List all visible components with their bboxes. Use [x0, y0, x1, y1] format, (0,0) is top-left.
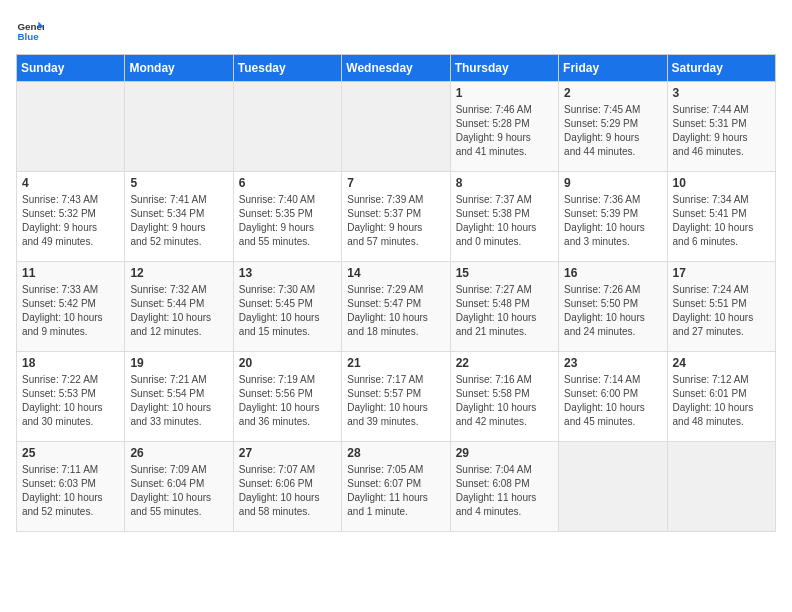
- day-number: 10: [673, 176, 770, 190]
- day-cell: 4Sunrise: 7:43 AM Sunset: 5:32 PM Daylig…: [17, 172, 125, 262]
- week-row-2: 4Sunrise: 7:43 AM Sunset: 5:32 PM Daylig…: [17, 172, 776, 262]
- day-info: Sunrise: 7:21 AM Sunset: 5:54 PM Dayligh…: [130, 373, 227, 429]
- day-number: 23: [564, 356, 661, 370]
- week-row-5: 25Sunrise: 7:11 AM Sunset: 6:03 PM Dayli…: [17, 442, 776, 532]
- day-info: Sunrise: 7:43 AM Sunset: 5:32 PM Dayligh…: [22, 193, 119, 249]
- day-info: Sunrise: 7:11 AM Sunset: 6:03 PM Dayligh…: [22, 463, 119, 519]
- day-number: 5: [130, 176, 227, 190]
- day-info: Sunrise: 7:12 AM Sunset: 6:01 PM Dayligh…: [673, 373, 770, 429]
- day-info: Sunrise: 7:32 AM Sunset: 5:44 PM Dayligh…: [130, 283, 227, 339]
- day-info: Sunrise: 7:37 AM Sunset: 5:38 PM Dayligh…: [456, 193, 553, 249]
- day-info: Sunrise: 7:29 AM Sunset: 5:47 PM Dayligh…: [347, 283, 444, 339]
- day-cell: 11Sunrise: 7:33 AM Sunset: 5:42 PM Dayli…: [17, 262, 125, 352]
- day-info: Sunrise: 7:17 AM Sunset: 5:57 PM Dayligh…: [347, 373, 444, 429]
- day-cell: 14Sunrise: 7:29 AM Sunset: 5:47 PM Dayli…: [342, 262, 450, 352]
- day-number: 27: [239, 446, 336, 460]
- day-cell: [125, 82, 233, 172]
- week-row-1: 1Sunrise: 7:46 AM Sunset: 5:28 PM Daylig…: [17, 82, 776, 172]
- day-cell: 10Sunrise: 7:34 AM Sunset: 5:41 PM Dayli…: [667, 172, 775, 262]
- day-cell: 28Sunrise: 7:05 AM Sunset: 6:07 PM Dayli…: [342, 442, 450, 532]
- day-number: 29: [456, 446, 553, 460]
- day-info: Sunrise: 7:40 AM Sunset: 5:35 PM Dayligh…: [239, 193, 336, 249]
- page-header: General Blue: [16, 16, 776, 44]
- day-cell: [233, 82, 341, 172]
- day-cell: 17Sunrise: 7:24 AM Sunset: 5:51 PM Dayli…: [667, 262, 775, 352]
- day-number: 21: [347, 356, 444, 370]
- day-cell: 7Sunrise: 7:39 AM Sunset: 5:37 PM Daylig…: [342, 172, 450, 262]
- week-row-3: 11Sunrise: 7:33 AM Sunset: 5:42 PM Dayli…: [17, 262, 776, 352]
- day-cell: [667, 442, 775, 532]
- day-number: 20: [239, 356, 336, 370]
- day-info: Sunrise: 7:22 AM Sunset: 5:53 PM Dayligh…: [22, 373, 119, 429]
- day-number: 7: [347, 176, 444, 190]
- day-cell: [342, 82, 450, 172]
- day-info: Sunrise: 7:05 AM Sunset: 6:07 PM Dayligh…: [347, 463, 444, 519]
- day-header-tuesday: Tuesday: [233, 55, 341, 82]
- day-number: 3: [673, 86, 770, 100]
- day-info: Sunrise: 7:36 AM Sunset: 5:39 PM Dayligh…: [564, 193, 661, 249]
- day-number: 26: [130, 446, 227, 460]
- day-header-saturday: Saturday: [667, 55, 775, 82]
- day-number: 14: [347, 266, 444, 280]
- logo: General Blue: [16, 16, 48, 44]
- day-number: 25: [22, 446, 119, 460]
- day-header-thursday: Thursday: [450, 55, 558, 82]
- day-cell: 19Sunrise: 7:21 AM Sunset: 5:54 PM Dayli…: [125, 352, 233, 442]
- day-info: Sunrise: 7:19 AM Sunset: 5:56 PM Dayligh…: [239, 373, 336, 429]
- days-header-row: SundayMondayTuesdayWednesdayThursdayFrid…: [17, 55, 776, 82]
- day-number: 28: [347, 446, 444, 460]
- day-number: 9: [564, 176, 661, 190]
- day-cell: 24Sunrise: 7:12 AM Sunset: 6:01 PM Dayli…: [667, 352, 775, 442]
- day-cell: 9Sunrise: 7:36 AM Sunset: 5:39 PM Daylig…: [559, 172, 667, 262]
- day-cell: 5Sunrise: 7:41 AM Sunset: 5:34 PM Daylig…: [125, 172, 233, 262]
- day-header-monday: Monday: [125, 55, 233, 82]
- day-cell: 2Sunrise: 7:45 AM Sunset: 5:29 PM Daylig…: [559, 82, 667, 172]
- day-number: 11: [22, 266, 119, 280]
- day-number: 6: [239, 176, 336, 190]
- day-cell: 21Sunrise: 7:17 AM Sunset: 5:57 PM Dayli…: [342, 352, 450, 442]
- day-info: Sunrise: 7:46 AM Sunset: 5:28 PM Dayligh…: [456, 103, 553, 159]
- day-info: Sunrise: 7:26 AM Sunset: 5:50 PM Dayligh…: [564, 283, 661, 339]
- day-cell: 29Sunrise: 7:04 AM Sunset: 6:08 PM Dayli…: [450, 442, 558, 532]
- day-info: Sunrise: 7:16 AM Sunset: 5:58 PM Dayligh…: [456, 373, 553, 429]
- day-info: Sunrise: 7:24 AM Sunset: 5:51 PM Dayligh…: [673, 283, 770, 339]
- day-number: 19: [130, 356, 227, 370]
- day-cell: 20Sunrise: 7:19 AM Sunset: 5:56 PM Dayli…: [233, 352, 341, 442]
- day-cell: 26Sunrise: 7:09 AM Sunset: 6:04 PM Dayli…: [125, 442, 233, 532]
- day-header-friday: Friday: [559, 55, 667, 82]
- week-row-4: 18Sunrise: 7:22 AM Sunset: 5:53 PM Dayli…: [17, 352, 776, 442]
- day-info: Sunrise: 7:27 AM Sunset: 5:48 PM Dayligh…: [456, 283, 553, 339]
- day-info: Sunrise: 7:34 AM Sunset: 5:41 PM Dayligh…: [673, 193, 770, 249]
- day-number: 8: [456, 176, 553, 190]
- day-cell: 16Sunrise: 7:26 AM Sunset: 5:50 PM Dayli…: [559, 262, 667, 352]
- day-info: Sunrise: 7:39 AM Sunset: 5:37 PM Dayligh…: [347, 193, 444, 249]
- day-header-wednesday: Wednesday: [342, 55, 450, 82]
- day-cell: 13Sunrise: 7:30 AM Sunset: 5:45 PM Dayli…: [233, 262, 341, 352]
- day-cell: 3Sunrise: 7:44 AM Sunset: 5:31 PM Daylig…: [667, 82, 775, 172]
- day-info: Sunrise: 7:07 AM Sunset: 6:06 PM Dayligh…: [239, 463, 336, 519]
- day-info: Sunrise: 7:41 AM Sunset: 5:34 PM Dayligh…: [130, 193, 227, 249]
- day-cell: 23Sunrise: 7:14 AM Sunset: 6:00 PM Dayli…: [559, 352, 667, 442]
- calendar-table: SundayMondayTuesdayWednesdayThursdayFrid…: [16, 54, 776, 532]
- day-cell: [559, 442, 667, 532]
- day-number: 2: [564, 86, 661, 100]
- day-number: 24: [673, 356, 770, 370]
- day-cell: 6Sunrise: 7:40 AM Sunset: 5:35 PM Daylig…: [233, 172, 341, 262]
- day-cell: 25Sunrise: 7:11 AM Sunset: 6:03 PM Dayli…: [17, 442, 125, 532]
- day-cell: 1Sunrise: 7:46 AM Sunset: 5:28 PM Daylig…: [450, 82, 558, 172]
- day-number: 17: [673, 266, 770, 280]
- day-info: Sunrise: 7:30 AM Sunset: 5:45 PM Dayligh…: [239, 283, 336, 339]
- day-info: Sunrise: 7:04 AM Sunset: 6:08 PM Dayligh…: [456, 463, 553, 519]
- day-info: Sunrise: 7:45 AM Sunset: 5:29 PM Dayligh…: [564, 103, 661, 159]
- day-number: 16: [564, 266, 661, 280]
- day-info: Sunrise: 7:33 AM Sunset: 5:42 PM Dayligh…: [22, 283, 119, 339]
- day-info: Sunrise: 7:09 AM Sunset: 6:04 PM Dayligh…: [130, 463, 227, 519]
- day-number: 4: [22, 176, 119, 190]
- day-cell: 15Sunrise: 7:27 AM Sunset: 5:48 PM Dayli…: [450, 262, 558, 352]
- day-cell: 27Sunrise: 7:07 AM Sunset: 6:06 PM Dayli…: [233, 442, 341, 532]
- day-cell: [17, 82, 125, 172]
- day-cell: 22Sunrise: 7:16 AM Sunset: 5:58 PM Dayli…: [450, 352, 558, 442]
- day-number: 18: [22, 356, 119, 370]
- day-number: 1: [456, 86, 553, 100]
- day-cell: 8Sunrise: 7:37 AM Sunset: 5:38 PM Daylig…: [450, 172, 558, 262]
